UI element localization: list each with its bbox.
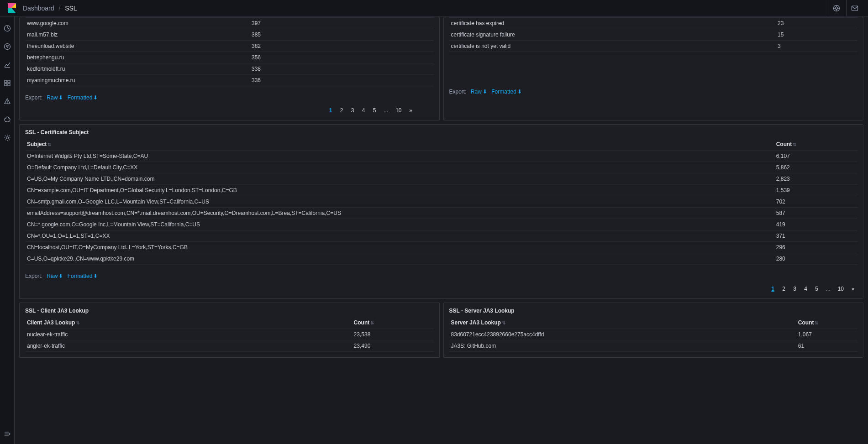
sidebar-nav — [0, 16, 15, 444]
col-count[interactable]: Count⇅ — [352, 317, 434, 329]
page-next[interactable]: » — [406, 106, 416, 115]
table-row[interactable]: CN=*.google.com,O=Google Inc,L=Mountain … — [25, 219, 857, 230]
table-row[interactable]: C=US,O=qpktke29.,CN=www.qpktke29.com280 — [25, 253, 857, 265]
cell-name: certificate is not yet valid — [449, 41, 776, 52]
export-label: Export: — [25, 273, 42, 279]
table-top-left: www.google.com397 mail.m57.biz385 theeun… — [25, 17, 434, 86]
svg-rect-9 — [5, 80, 7, 83]
page-3[interactable]: 3 — [790, 285, 800, 293]
col-count[interactable]: Count⇅ — [796, 317, 857, 329]
cell-name: nuclear-ek-traffic — [25, 329, 352, 340]
svg-point-8 — [4, 44, 10, 50]
export-formatted-link[interactable]: Formatted⬇ — [491, 89, 522, 95]
table-row[interactable]: www.google.com397 — [25, 18, 434, 29]
table-row[interactable]: kedfortmoleft.ru338 — [25, 63, 434, 75]
svg-rect-10 — [8, 80, 10, 83]
panel-title: SSL - Server JA3 Lookup — [444, 303, 863, 317]
cell-count: 587 — [774, 208, 857, 219]
page-4[interactable]: 4 — [801, 285, 810, 293]
export-formatted-link[interactable]: Formatted⬇ — [68, 94, 98, 101]
table-row[interactable]: theeunload.website382 — [25, 41, 434, 52]
cell-name: betrephengu.ru — [25, 52, 250, 63]
kibana-logo[interactable] — [5, 2, 18, 15]
sidebar-management[interactable] — [0, 132, 15, 143]
table-server-ja3: Server JA3 Lookup⇅ Count⇅ 83d60721ecc423… — [449, 317, 858, 352]
col-count[interactable]: Count⇅ — [774, 138, 857, 151]
cell-count: 23 — [776, 18, 857, 29]
svg-rect-11 — [5, 84, 7, 86]
cell-name: theeunload.website — [25, 41, 250, 52]
page-10[interactable]: 10 — [835, 285, 847, 293]
panel-top-right: certificate has expired23 certificate si… — [443, 17, 864, 120]
panel-top-left: www.google.com397 mail.m57.biz385 theeun… — [19, 17, 440, 120]
table-row[interactable]: emailAddress=support@dreamhost.com,CN=*.… — [25, 208, 857, 219]
table-row[interactable]: certificate signature failure15 — [449, 29, 858, 41]
sidebar-ml[interactable] — [0, 114, 15, 125]
table-row[interactable]: CN=localhost,OU=IT,O=MyCompany Ltd.,L=Yo… — [25, 242, 857, 253]
cell-count: 15 — [776, 29, 857, 41]
table-row[interactable]: 83d60721ecc423892660e275acc4dffd1,067 — [449, 329, 858, 340]
help-icon-button[interactable] — [828, 0, 844, 16]
export-raw-link[interactable]: Raw⬇ — [47, 94, 63, 101]
page-1[interactable]: 1 — [326, 106, 335, 115]
page-5[interactable]: 5 — [812, 285, 821, 293]
main-content: www.google.com397 mail.m57.biz385 theeun… — [15, 16, 868, 444]
table-row[interactable]: JA3S: GitHub.com61 — [449, 340, 858, 352]
table-row[interactable]: betrephengu.ru356 — [25, 52, 434, 63]
cell-count: 338 — [250, 63, 434, 75]
col-server-ja3[interactable]: Server JA3 Lookup⇅ — [449, 317, 796, 329]
table-row[interactable]: myaningmuchme.ru336 — [25, 75, 434, 86]
cell-subject: CN=example.com,OU=IT Department,O=Global… — [25, 185, 774, 196]
cell-count: 5,862 — [774, 162, 857, 173]
export-formatted-link[interactable]: Formatted⬇ — [68, 273, 98, 279]
cell-count: 6,107 — [774, 151, 857, 162]
page-next[interactable]: » — [848, 285, 857, 293]
cell-count: 1,067 — [796, 329, 857, 340]
sidebar-dashboard[interactable] — [0, 59, 15, 70]
page-ellipsis: ... — [823, 285, 833, 293]
cell-subject: CN=*,OU=1,O=1,L=1,ST=1,C=XX — [25, 230, 774, 242]
table-row[interactable]: CN=smtp.gmail.com,O=Google LLC,L=Mountai… — [25, 196, 857, 208]
sidebar-discover[interactable] — [0, 23, 15, 34]
breadcrumb: Dashboard / SSL — [23, 5, 77, 12]
table-row[interactable]: nuclear-ek-traffic23,538 — [25, 329, 434, 340]
table-row[interactable]: O=Default Company Ltd,L=Default City,C=X… — [25, 162, 857, 173]
table-row[interactable]: CN=*,OU=1,O=1,L=1,ST=1,C=XX371 — [25, 230, 857, 242]
table-row[interactable]: certificate is not yet valid3 — [449, 41, 858, 52]
table-row[interactable]: mail.m57.biz385 — [25, 29, 434, 41]
page-2[interactable]: 2 — [337, 106, 346, 115]
sidebar-collapse-toggle[interactable] — [0, 428, 15, 439]
page-10[interactable]: 10 — [393, 106, 404, 115]
breadcrumb-separator: / — [58, 5, 60, 12]
sidebar-alerts[interactable] — [0, 96, 15, 107]
export-raw-link[interactable]: Raw⬇ — [471, 89, 487, 95]
sort-icon: ⇅ — [370, 320, 374, 325]
page-5[interactable]: 5 — [370, 106, 379, 115]
cell-count: 3 — [776, 41, 857, 52]
page-2[interactable]: 2 — [779, 285, 789, 293]
page-3[interactable]: 3 — [348, 106, 357, 115]
sidebar-canvas[interactable] — [0, 78, 15, 89]
table-row[interactable]: C=US,O=My Company Name LTD.,CN=domain.co… — [25, 173, 857, 185]
table-row[interactable]: certificate has expired23 — [449, 18, 858, 29]
sort-icon: ⇅ — [793, 142, 796, 147]
table-row[interactable]: angler-ek-traffic23,490 — [25, 340, 434, 352]
svg-point-14 — [7, 103, 7, 103]
svg-rect-12 — [8, 84, 10, 86]
cell-name: certificate has expired — [449, 18, 776, 29]
col-client-ja3[interactable]: Client JA3 Lookup⇅ — [25, 317, 352, 329]
cell-name: angler-ek-traffic — [25, 340, 352, 352]
cell-count: 1,539 — [774, 185, 857, 196]
sidebar-visualize[interactable] — [0, 41, 15, 52]
table-row[interactable]: O=Internet Widgits Pty Ltd,ST=Some-State… — [25, 151, 857, 162]
table-row[interactable]: CN=example.com,OU=IT Department,O=Global… — [25, 185, 857, 196]
col-subject[interactable]: Subject⇅ — [25, 138, 774, 151]
cell-subject: C=US,O=qpktke29.,CN=www.qpktke29.com — [25, 253, 774, 265]
breadcrumb-parent[interactable]: Dashboard — [23, 5, 54, 12]
page-4[interactable]: 4 — [359, 106, 368, 115]
page-1[interactable]: 1 — [768, 285, 778, 293]
cell-count: 702 — [774, 196, 857, 208]
export-raw-link[interactable]: Raw⬇ — [47, 273, 63, 279]
sort-icon: ⇅ — [47, 142, 51, 147]
feedback-icon-button[interactable] — [846, 0, 863, 16]
